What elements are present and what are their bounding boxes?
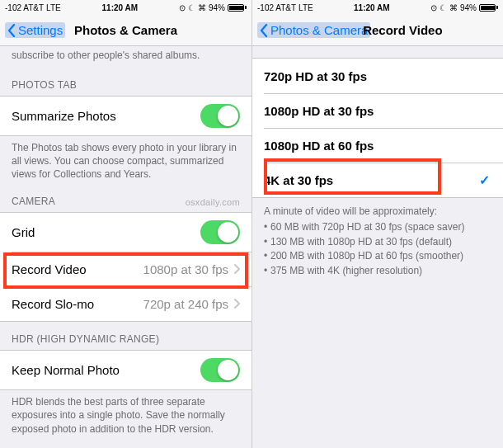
watermark: osxdaily.com [186, 197, 240, 207]
photos-tab-header: PHOTOS TAB [0, 68, 252, 96]
record-video-label: Record Video [12, 262, 87, 276]
page-title: Record Video [363, 23, 442, 37]
carrier-signal: -102 AT&T [257, 3, 296, 12]
back-label: Photos & Camera [270, 23, 368, 37]
grid-row[interactable]: Grid [0, 213, 252, 252]
nav-bar: Settings Photos & Camera [0, 15, 252, 46]
alarm-icon: ⊙ [430, 3, 437, 12]
keep-normal-photo-toggle[interactable] [200, 358, 240, 382]
back-button[interactable]: Settings [5, 22, 65, 38]
record-video-value: 1080p at 30 fps [143, 262, 228, 276]
keep-normal-photo-row[interactable]: Keep Normal Photo [0, 351, 252, 389]
do-not-disturb-icon: ☾ [440, 3, 447, 12]
storage-footer-item: 60 MB with 720p HD at 30 fps (space save… [264, 220, 491, 234]
back-button[interactable]: Photos & Camera [257, 22, 370, 38]
option-label: 1080p HD at 60 fps [264, 139, 374, 153]
grid-label: Grid [12, 225, 35, 239]
record-slomo-row[interactable]: Record Slo-mo 720p at 240 fps [0, 286, 252, 321]
chevron-left-icon [7, 24, 16, 37]
option-1080p-60[interactable]: 1080p HD at 60 fps [252, 128, 503, 163]
carrier-signal: -102 AT&T [5, 3, 44, 12]
alarm-icon: ⊙ [179, 3, 186, 12]
battery-icon [228, 4, 247, 12]
record-slomo-label: Record Slo-mo [12, 297, 94, 311]
storage-footer-item: 130 MB with 1080p HD at 30 fps (default) [264, 235, 491, 249]
page-title: Photos & Camera [74, 23, 177, 37]
hdr-footer: HDR blends the best parts of three separ… [0, 390, 252, 439]
icloud-sharing-footer: subscribe to other people's shared album… [0, 46, 252, 68]
storage-footer-header: A minute of video will be approximately: [264, 205, 491, 219]
do-not-disturb-icon: ☾ [188, 3, 195, 12]
hdr-header: HDR (HIGH DYNAMIC RANGE) [0, 322, 252, 350]
summarize-photos-toggle[interactable] [200, 104, 240, 128]
status-bar: -102 AT&T LTE 11:20 AM ⊙ ☾ ⌘ 94% [252, 0, 503, 15]
left-screenshot: -102 AT&T LTE 11:20 AM ⊙ ☾ ⌘ 94% Setting… [0, 0, 252, 448]
record-video-content: 720p HD at 30 fps 1080p HD at 30 fps 108… [252, 46, 503, 448]
bluetooth-icon: ⌘ [449, 3, 458, 12]
battery-percent: 94% [460, 3, 477, 12]
summarize-photos-footer: The Photos tab shows every photo in your… [0, 136, 252, 185]
checkmark-icon: ✓ [479, 172, 490, 188]
status-time: 11:20 AM [354, 3, 390, 12]
storage-footer-item: 200 MB with 1080p HD at 60 fps (smoother… [264, 249, 491, 263]
network-type: LTE [299, 3, 313, 12]
status-bar: -102 AT&T LTE 11:20 AM ⊙ ☾ ⌘ 94% [0, 0, 252, 15]
option-720p-30[interactable]: 720p HD at 30 fps [252, 59, 503, 93]
battery-icon [479, 4, 498, 12]
camera-header: CAMERA osxdaily.com [0, 184, 252, 212]
chevron-right-icon [233, 299, 240, 309]
storage-footer: A minute of video will be approximately:… [252, 198, 503, 283]
record-video-row[interactable]: Record Video 1080p at 30 fps [0, 252, 252, 286]
option-label: 720p HD at 30 fps [264, 69, 367, 83]
battery-percent: 94% [209, 3, 225, 12]
grid-toggle[interactable] [200, 220, 240, 244]
storage-footer-item: 375 MB with 4K (higher resolution) [264, 264, 491, 278]
chevron-left-icon [260, 24, 268, 37]
right-screenshot: -102 AT&T LTE 11:20 AM ⊙ ☾ ⌘ 94% Photos … [252, 0, 503, 448]
settings-content: subscribe to other people's shared album… [0, 46, 252, 448]
network-type: LTE [46, 3, 61, 12]
option-label: 4K at 30 fps [264, 173, 333, 187]
back-label: Settings [18, 23, 63, 37]
summarize-photos-label: Summarize Photos [12, 109, 116, 123]
option-1080p-30[interactable]: 1080p HD at 30 fps [252, 93, 503, 128]
option-4k-30[interactable]: 4K at 30 fps ✓ [252, 163, 503, 197]
record-slomo-value: 720p at 240 fps [143, 297, 228, 311]
keep-normal-photo-label: Keep Normal Photo [12, 363, 120, 377]
nav-bar: Photos & Camera Record Video [252, 15, 503, 46]
status-time: 11:20 AM [102, 3, 139, 12]
option-label: 1080p HD at 30 fps [264, 104, 374, 118]
chevron-right-icon [233, 264, 240, 274]
bluetooth-icon: ⌘ [198, 3, 206, 12]
summarize-photos-row[interactable]: Summarize Photos [0, 97, 252, 135]
